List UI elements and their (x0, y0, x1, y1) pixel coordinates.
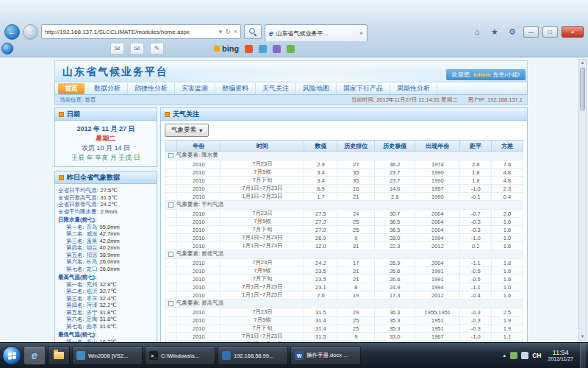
table-cell: 7月1日~7月23日 (220, 234, 304, 242)
scrollbar-thumb[interactable] (580, 68, 585, 110)
mail-compose-button[interactable]: ✉ (130, 43, 144, 54)
table-row[interactable]: 20107月1日~7月23日6.91614.61957-1.02.3 (165, 185, 523, 193)
nav-item-4[interactable]: 灾害监测 (175, 83, 215, 94)
browser-tab[interactable]: e 山东省气候业务平... × (265, 24, 368, 41)
table-row[interactable]: 20107月下旬23.52126.61991-0.51.6 (165, 275, 523, 283)
toolbar-app-icon[interactable] (287, 45, 295, 53)
taskbar-button-1[interactable]: Win2008 [VS2... (72, 346, 143, 365)
edit-icon: ✎ (154, 45, 160, 52)
station-name: 曲阜 (87, 323, 98, 330)
table-row[interactable]: 20107月23日31.52936.31955,1951-0.32.5 (165, 308, 523, 316)
table-row[interactable]: 20107月5候27.02536.52004-0.31.6 (165, 218, 523, 226)
group-checkbox[interactable] (168, 252, 173, 257)
table-header-cell: 时间 (220, 141, 304, 152)
table-group-row[interactable]: 气象要素: 平均气温 (165, 201, 523, 210)
forward-button[interactable]: → (23, 24, 38, 40)
table-cell: 1.6 (492, 267, 523, 275)
language-indicator[interactable]: CH (532, 352, 541, 359)
nav-item-2[interactable]: 数据分析 (87, 83, 128, 94)
favorites-button[interactable]: ★ (487, 25, 502, 38)
taskbar-button-3[interactable]: 192.168.58.99... (218, 346, 288, 365)
table-cell: 2010 (177, 333, 220, 341)
element-filter-button[interactable]: 气象要素 ▾ (165, 124, 209, 137)
app-icon: W (295, 351, 304, 360)
url-dropdown-icon[interactable]: ▾ (219, 29, 223, 35)
toolbar-app-icon[interactable] (259, 45, 267, 53)
table-row[interactable]: 20107月23日24.21726.92004-1.11.8 (165, 259, 523, 267)
bing-logo[interactable]: bing (214, 44, 239, 53)
close-button[interactable]: × (562, 26, 584, 38)
toolbar-circle-icon[interactable] (1, 43, 13, 54)
table-cell: 27.0 (304, 218, 337, 226)
table-row[interactable]: 20107月1日~7月23日26.9928.01994-1.01.0 (165, 234, 523, 242)
hidden-icons-button[interactable]: ▲ (502, 353, 506, 358)
nav-item-9[interactable]: 周期性分析 (390, 83, 437, 94)
taskbar-explorer-button[interactable] (48, 346, 70, 365)
table-cell: 36.5 (375, 226, 415, 234)
table-cell: 35 (337, 177, 375, 185)
table-group-row[interactable]: 气象要素: 降水量 (165, 152, 523, 160)
station-name: 烟台 (87, 244, 98, 251)
table-row[interactable]: 20107月1日~7月23日23.1824.91994-1.11.0 (165, 283, 523, 291)
toolbar-app-icon[interactable] (245, 45, 253, 53)
minimize-button[interactable]: — (523, 26, 539, 38)
vertical-scrollbar[interactable]: ▲ ▼ (578, 59, 587, 341)
nav-item-6[interactable]: 天气关注 (256, 83, 296, 94)
table-row[interactable]: 20107月5候23.52126.61991-0.51.6 (165, 267, 523, 275)
tab-close-icon[interactable]: × (359, 29, 363, 37)
group-checkbox[interactable] (168, 202, 173, 208)
back-button[interactable]: ← (4, 24, 20, 40)
table-group-row[interactable]: 气象要素: 最低气温 (165, 250, 523, 259)
group-checkbox[interactable] (168, 153, 173, 158)
back-icon: ← (8, 27, 16, 36)
table-row[interactable]: 20107月5候3.43523.719901.84.8 (165, 169, 523, 177)
toolbar-app-icon[interactable] (273, 45, 281, 53)
table-row[interactable]: 20107月5候31.42535.31951-0.31.9 (165, 316, 523, 325)
taskbar-button-2[interactable]: >_C:\Windows\s... (145, 346, 215, 365)
row-indent-cell (165, 169, 177, 177)
start-button[interactable] (2, 346, 21, 365)
stop-icon[interactable]: × (234, 29, 237, 35)
nav-item-5[interactable]: 整编资料 (215, 83, 256, 94)
scroll-up-icon[interactable]: ▲ (581, 60, 585, 66)
tray-status-icon[interactable] (510, 352, 517, 359)
address-input[interactable]: http://192.168.137.1/SLCCLIMATE/modules/… (41, 24, 241, 39)
mail-button[interactable]: ✉ (110, 43, 124, 54)
stat-row: 全省日最低气温:24.2℃ (58, 201, 154, 208)
table-row[interactable]: 20107月下旬27.02536.52004-0.31.6 (165, 226, 523, 234)
edit-button[interactable]: ✎ (150, 43, 164, 54)
row-indent-cell (165, 242, 177, 250)
table-row[interactable]: 20107月1日~7月23日31.5933.01967-1.01.1 (165, 333, 523, 341)
row-indent-cell (165, 267, 177, 275)
panel-icon (165, 112, 170, 117)
nav-item-8[interactable]: 国家下行产品 (337, 83, 390, 94)
rank-item: 第三名:蓬莱42.0mm (58, 238, 154, 245)
scroll-down-icon[interactable]: ▼ (581, 333, 585, 340)
group-checkbox[interactable] (168, 301, 173, 306)
windows-logo-icon (8, 352, 16, 359)
table-row[interactable]: 20107月23日2.92736.219742.87.6 (165, 160, 523, 169)
tray-network-icon[interactable] (521, 352, 528, 359)
tools-button[interactable]: ⚙ (505, 25, 520, 38)
maximize-button[interactable]: □ (542, 26, 558, 38)
table-row[interactable]: 20107月23日27.52430.72004-0.72.0 (165, 210, 523, 218)
table-cell: 23.1 (304, 283, 337, 291)
table-row[interactable]: 20107月下旬3.43523.719901.84.8 (165, 177, 523, 185)
table-row[interactable]: 20101月1日~7月23日7.61917.32012-0.41.6 (165, 291, 523, 300)
nav-item-7[interactable]: 风险地图 (296, 83, 337, 94)
table-group-row[interactable]: 气象要素: 最高气温 (165, 300, 523, 308)
show-desktop-button[interactable] (580, 343, 586, 368)
table-row[interactable]: 20101月1日~7月23日1.7212.81990-0.10.4 (165, 193, 523, 201)
search-button[interactable] (244, 24, 262, 39)
table-row[interactable]: 20101月1日~7月23日12.03122.320120.21.6 (165, 242, 523, 250)
taskbar-clock[interactable]: 11:54 2012/11/27 (545, 349, 576, 362)
table-row[interactable]: 20107月下旬31.42535.31951-0.31.9 (165, 325, 523, 333)
refresh-icon[interactable]: ↻ (225, 29, 231, 35)
nav-item-3[interactable]: 韵律性分析 (128, 83, 175, 94)
nav-item-1[interactable]: 首页 (58, 83, 85, 94)
taskbar-button-4[interactable]: W操作手册.docx ... (290, 346, 361, 365)
home-button[interactable]: ⌂ (470, 25, 484, 38)
table-cell: 2.0 (492, 210, 523, 218)
taskbar-ie-button[interactable]: e (24, 346, 46, 365)
rank-value: 26.0mm (100, 266, 120, 272)
